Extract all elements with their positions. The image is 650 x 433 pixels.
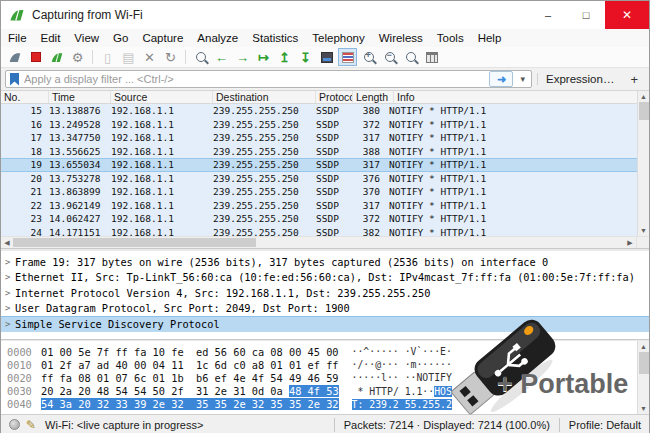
close-file-icon[interactable]: ✕ [140, 48, 159, 66]
capture-options-icon[interactable]: ⚙ [68, 48, 87, 66]
table-row-selected[interactable]: 1913.655034192.168.1.1239.255.255.250SSD… [1, 158, 649, 172]
colorize-icon[interactable] [338, 48, 357, 66]
close-button[interactable]: ✕ [605, 1, 649, 29]
zoom-out-icon[interactable]: − [380, 48, 399, 66]
cell-source: 192.168.1.1 [111, 200, 213, 211]
chevron-right-icon[interactable]: > [5, 303, 15, 313]
menu-tools[interactable]: Tools [430, 31, 471, 45]
zoom-in-icon[interactable]: + [359, 48, 378, 66]
restart-capture-icon[interactable] [47, 48, 66, 66]
detail-row-udp[interactable]: > User Datagram Protocol, Src Port: 2049… [1, 301, 649, 317]
menu-help[interactable]: Help [471, 31, 509, 45]
scroll-down-icon[interactable]: ▼ [638, 403, 650, 414]
hex-row[interactable]: 0040 54 3a 20 32 33 39 2e 32 35 35 2e 32… [1, 398, 649, 411]
scroll-up-icon[interactable]: ▲ [638, 341, 650, 352]
minimize-button[interactable]: – [529, 1, 567, 29]
hex-row[interactable]: 0000 01 00 5e 7f ff fa 10 fe ed 56 60 ca… [1, 345, 649, 358]
hex-row[interactable]: 0030 20 2a 20 48 54 54 50 2f 31 2e 31 0d… [1, 385, 649, 398]
go-to-top-icon[interactable]: ↥ [275, 48, 294, 66]
column-header-time[interactable]: Time [49, 91, 111, 103]
cell-length: 372 [353, 119, 380, 130]
menu-edit[interactable]: Edit [34, 31, 68, 45]
menu-wireless[interactable]: Wireless [372, 31, 430, 45]
table-row[interactable]: 1813.556625192.168.1.1239.255.255.250SSD… [1, 145, 649, 159]
detail-row-ip[interactable]: > Internet Protocol Version 4, Src: 192.… [1, 285, 649, 301]
filter-bookmark-icon[interactable] [10, 73, 19, 86]
packet-list-horizontal-scrollbar[interactable]: ◀ ▶ [1, 236, 649, 248]
hex-row[interactable]: 0020 ff fa 08 01 07 6c 01 1b b6 ef 4e 4f… [1, 371, 649, 384]
display-filter-field[interactable]: ➜ ▾ [5, 70, 532, 88]
cell-source: 192.168.1.1 [111, 132, 213, 143]
cell-protocol: SSDP [316, 227, 353, 236]
go-to-packet-icon[interactable]: ↦ [254, 48, 273, 66]
table-row[interactable]: 1713.347750192.168.1.1239.255.255.250SSD… [1, 131, 649, 145]
chevron-right-icon[interactable]: > [5, 257, 15, 267]
resize-columns-icon[interactable] [422, 48, 441, 66]
detail-text: User Datagram Protocol, Src Port: 2049, … [15, 302, 350, 314]
stop-capture-icon[interactable] [26, 48, 45, 66]
cell-no: 19 [1, 159, 49, 170]
display-filter-input[interactable] [24, 73, 484, 85]
chevron-right-icon[interactable]: > [5, 288, 15, 298]
chevron-right-icon[interactable]: > [5, 319, 15, 329]
scroll-up-icon[interactable]: ▲ [638, 91, 650, 102]
table-row[interactable]: 1513.138876192.168.1.1239.255.255.250SSD… [1, 104, 649, 118]
hex-row[interactable]: 0010 01 2f a7 ad 40 00 04 11 1c 6d c0 a8… [1, 358, 649, 371]
table-row[interactable]: 2213.962149192.168.1.1239.255.255.250SSD… [1, 199, 649, 213]
filter-dropdown-caret[interactable]: ▾ [518, 74, 527, 84]
column-header-no[interactable]: No. [1, 91, 49, 103]
menu-go[interactable]: Go [106, 31, 135, 45]
packet-list-vertical-scrollbar[interactable]: ▲ ▼ [637, 91, 649, 236]
scroll-left-icon[interactable]: ◀ [1, 237, 13, 248]
detail-row-frame[interactable]: > Frame 19: 317 bytes on wire (2536 bits… [1, 254, 649, 270]
scroll-right-icon[interactable]: ▶ [624, 237, 636, 248]
scroll-down-icon[interactable]: ▼ [638, 225, 650, 236]
add-filter-button[interactable]: + [627, 72, 645, 87]
menu-view[interactable]: View [67, 31, 106, 45]
table-row[interactable]: 2113.863899192.168.1.1239.255.255.250SSD… [1, 185, 649, 199]
column-header-length[interactable]: Length [353, 91, 394, 103]
cell-protocol: SSDP [316, 119, 353, 130]
table-row[interactable]: 2414.171151192.168.1.1239.255.255.250SSD… [1, 226, 649, 237]
expression-button[interactable]: Expression… [537, 73, 622, 85]
cell-no: 16 [1, 119, 49, 130]
cell-destination: 239.255.255.250 [213, 173, 316, 184]
chevron-right-icon[interactable]: > [5, 272, 15, 282]
menu-analyze[interactable]: Analyze [190, 31, 245, 45]
menu-file[interactable]: File [1, 31, 34, 45]
menu-statistics[interactable]: Statistics [245, 31, 305, 45]
cell-time: 13.962149 [49, 200, 111, 211]
column-header-destination[interactable]: Destination [213, 91, 316, 103]
go-back-icon[interactable]: ← [212, 48, 231, 66]
table-row[interactable]: 1613.249528192.168.1.1239.255.255.250SSD… [1, 118, 649, 132]
toolbar-separator [92, 50, 93, 64]
column-header-source[interactable]: Source [111, 91, 213, 103]
auto-scroll-icon[interactable] [317, 48, 336, 66]
colorize-glyph [342, 52, 354, 63]
detail-row-ssdp-selected[interactable]: > Simple Service Discovery Protocol [1, 316, 649, 332]
expert-info-icon[interactable] [9, 419, 20, 430]
profile-text[interactable]: Profile: Default [569, 419, 641, 431]
go-to-bottom-icon[interactable]: ↧ [296, 48, 315, 66]
zoom-original-icon[interactable] [401, 48, 420, 66]
menu-capture[interactable]: Capture [135, 31, 190, 45]
start-capture-icon[interactable] [5, 48, 24, 66]
hex-vertical-scrollbar[interactable]: ▲ ▼ [637, 341, 649, 414]
capture-comment-icon[interactable]: ✎ [26, 418, 36, 432]
menu-telephony[interactable]: Telephony [305, 31, 371, 45]
table-row[interactable]: 2314.062427192.168.1.1239.255.255.250SSD… [1, 212, 649, 226]
open-file-icon[interactable]: ▯ [98, 48, 117, 66]
column-header-info[interactable]: Info [394, 91, 649, 103]
detail-row-ethernet[interactable]: > Ethernet II, Src: Tp-LinkT_56:60:ca (1… [1, 270, 649, 286]
maximize-button[interactable]: □ [567, 1, 605, 29]
scrollbar-thumb[interactable] [13, 238, 256, 247]
scrollbar-thumb[interactable] [639, 102, 649, 120]
column-header-protocol[interactable]: Protocol [316, 91, 353, 103]
find-packet-icon[interactable] [191, 48, 210, 66]
go-forward-icon[interactable]: → [233, 48, 252, 66]
table-row[interactable]: 2013.753278192.168.1.1239.255.255.250SSD… [1, 172, 649, 186]
apply-filter-button[interactable]: ➜ [489, 71, 513, 87]
scrollbar-thumb[interactable] [639, 352, 649, 374]
save-file-icon[interactable]: ▤ [119, 48, 138, 66]
reload-icon[interactable]: ↻ [161, 48, 180, 66]
